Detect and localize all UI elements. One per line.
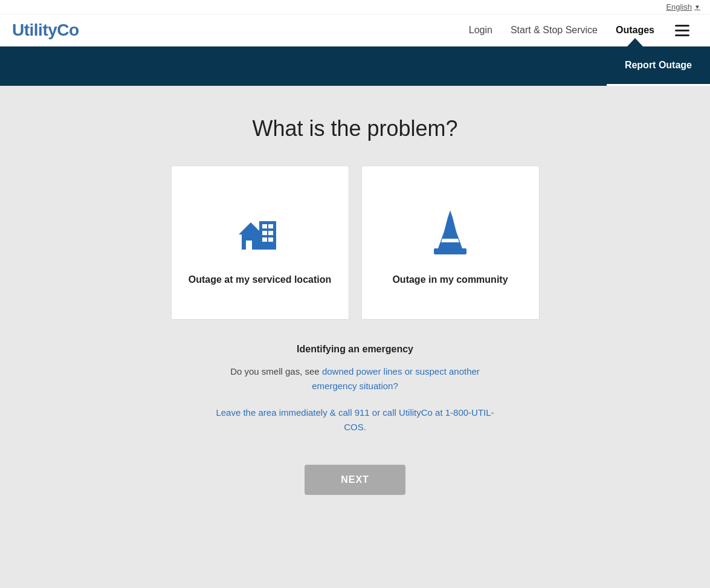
svg-marker-13 — [444, 218, 456, 231]
dropdown-menu-bar: Report Outage — [0, 47, 710, 86]
site-logo[interactable]: UtilityCo — [12, 21, 79, 40]
svg-rect-7 — [268, 231, 273, 235]
option-cards: Outage at my serviced location — [171, 166, 540, 320]
language-arrow: ▼ — [694, 4, 700, 10]
nav-login[interactable]: Login — [469, 25, 492, 36]
site-header: UtilityCo Login Start & Stop Service Out… — [0, 15, 710, 47]
svg-marker-14 — [448, 210, 453, 218]
report-outage-link[interactable]: Report Outage — [607, 47, 710, 86]
card-community-label: Outage in my community — [392, 273, 508, 286]
nav-outages[interactable]: Outages — [616, 25, 654, 36]
emergency-text-before: Do you smell gas, see — [230, 366, 322, 376]
svg-rect-3 — [259, 221, 276, 250]
hamburger-line-2 — [675, 30, 689, 31]
language-label: English — [666, 2, 692, 11]
page-title: What is the problem? — [252, 116, 457, 141]
svg-rect-6 — [262, 231, 267, 235]
hamburger-line-3 — [675, 34, 689, 36]
hamburger-menu[interactable] — [673, 22, 692, 39]
next-button[interactable]: NEXT — [305, 465, 405, 495]
main-nav: Login Start & Stop Service Outages — [469, 22, 692, 39]
language-selector[interactable]: English ▼ — [666, 2, 700, 11]
svg-rect-5 — [268, 224, 273, 228]
svg-marker-12 — [441, 239, 459, 242]
emergency-call-text: Leave the area immediately & call 911 or… — [210, 405, 500, 435]
svg-rect-2 — [246, 241, 252, 250]
dropdown-arrow — [627, 38, 644, 47]
emergency-text: Do you smell gas, see downed power lines… — [210, 364, 500, 393]
cone-icon — [423, 198, 477, 259]
emergency-link[interactable]: downed power lines or suspect another em… — [312, 366, 480, 391]
main-content: What is the problem? — [0, 86, 710, 519]
house-building-icon — [233, 198, 287, 259]
svg-rect-9 — [268, 237, 273, 242]
svg-rect-4 — [262, 224, 267, 228]
svg-rect-10 — [434, 248, 466, 254]
card-serviced-location[interactable]: Outage at my serviced location — [171, 166, 349, 320]
language-bar: English ▼ — [0, 0, 710, 15]
emergency-section: Identifying an emergency Do you smell ga… — [210, 344, 500, 435]
nav-start-stop[interactable]: Start & Stop Service — [511, 25, 598, 36]
card-serviced-location-label: Outage at my serviced location — [189, 273, 332, 286]
card-community[interactable]: Outage in my community — [361, 166, 540, 320]
hamburger-line-1 — [675, 25, 689, 27]
emergency-title: Identifying an emergency — [210, 344, 500, 355]
svg-rect-8 — [262, 237, 267, 242]
